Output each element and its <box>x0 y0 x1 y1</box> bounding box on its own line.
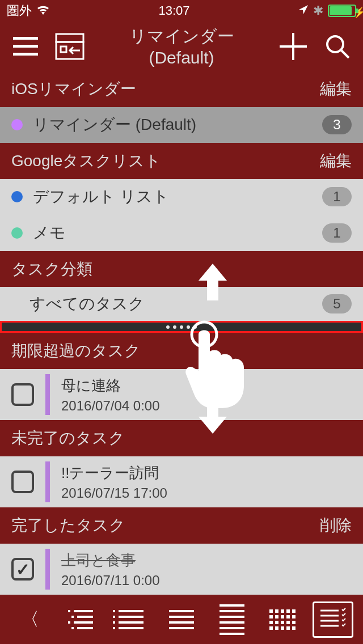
location-icon <box>298 3 309 18</box>
task-checkbox[interactable] <box>11 471 34 493</box>
task-row[interactable]: !!テーラー訪問 2016/07/15 17:00 <box>0 456 363 507</box>
section-title: 期限超過のタスク <box>11 340 141 362</box>
edit-button[interactable]: 編集 <box>320 78 352 100</box>
panel-icon <box>55 33 85 60</box>
tab-back[interactable]: 〈 <box>10 601 50 638</box>
dense-lines-icon <box>220 604 244 635</box>
back-panel-button[interactable] <box>54 31 85 62</box>
search-icon <box>324 33 351 60</box>
clock-time: 13:07 <box>158 3 189 18</box>
tab-view-6[interactable] <box>313 601 353 638</box>
nav-bar: リマインダー (Default) <box>0 22 363 71</box>
task-title: !!テーラー訪問 <box>61 463 167 483</box>
tab-view-5[interactable] <box>262 601 303 638</box>
task-date: 2016/07/15 17:00 <box>61 485 167 501</box>
list-label: リマインダー (Default) <box>33 114 312 135</box>
svg-rect-2 <box>61 46 66 52</box>
task-row[interactable]: 母に連絡 2016/07/04 0:00 <box>0 369 363 420</box>
section-title: 完了したタスク <box>11 515 125 536</box>
svg-rect-0 <box>56 34 83 42</box>
priority-indicator <box>45 461 50 502</box>
add-button[interactable] <box>278 31 309 62</box>
task-title: 母に連絡 <box>61 376 160 396</box>
section-task-category: タスク分類 <box>0 251 363 287</box>
tab-view-2[interactable] <box>111 601 151 638</box>
section-completed: 完了したタスク 削除 <box>0 507 363 544</box>
section-title: タスク分類 <box>11 259 92 280</box>
drag-handle-dots-icon <box>166 325 197 329</box>
checklist-icon <box>318 607 348 632</box>
list-row-memo[interactable]: メモ 1 <box>0 215 363 251</box>
chevron-left-icon: 〈 <box>21 607 39 632</box>
status-bar: 圏外 13:07 ✱ ⚡ <box>0 0 363 22</box>
section-overdue: 期限超過のタスク <box>0 333 363 369</box>
task-checkbox[interactable] <box>11 383 34 406</box>
list-color-dot <box>11 191 23 202</box>
task-title: 上司と食事 <box>61 550 160 570</box>
task-date: 2016/07/04 0:00 <box>61 398 160 414</box>
task-checkbox[interactable] <box>11 558 34 581</box>
task-row[interactable]: 上司と食事 2016/07/11 0:00 <box>0 544 363 595</box>
count-badge: 5 <box>322 294 352 313</box>
hamburger-icon <box>13 37 38 56</box>
list-row-reminder-default[interactable]: リマインダー (Default) 3 <box>0 107 363 143</box>
wifi-icon <box>36 3 50 18</box>
count-badge: 3 <box>322 115 352 134</box>
list-label: メモ <box>33 222 312 244</box>
bluetooth-icon: ✱ <box>313 3 323 18</box>
section-title: Googleタスクリスト <box>11 150 161 172</box>
edit-button[interactable]: 編集 <box>320 150 352 172</box>
bullet-list-icon <box>119 610 143 629</box>
list-color-dot <box>11 227 23 239</box>
count-badge: 1 <box>322 187 352 206</box>
bottom-tab-bar: 〈 <box>0 595 363 644</box>
section-title: iOSリマインダー <box>11 78 136 100</box>
tab-view-1[interactable] <box>60 601 101 638</box>
list-label: すべてのタスク <box>11 293 312 315</box>
count-badge: 1 <box>322 223 352 243</box>
section-google-tasks: Googleタスクリスト 編集 <box>0 143 363 179</box>
lines-icon <box>169 610 194 629</box>
carrier-label: 圏外 <box>7 2 32 19</box>
svg-line-4 <box>341 50 349 58</box>
section-incomplete: 未完了のタスク <box>0 420 363 456</box>
battery-icon: ⚡ <box>328 5 356 17</box>
grid-icon <box>269 609 296 630</box>
list-label: デフォルト リスト <box>33 186 312 207</box>
outline-list-icon <box>68 610 93 629</box>
section-title: 未完了のタスク <box>11 427 125 449</box>
task-date: 2016/07/11 0:00 <box>61 573 160 588</box>
drag-handle[interactable] <box>0 321 363 333</box>
priority-indicator <box>45 374 50 415</box>
list-color-dot <box>11 119 23 130</box>
priority-indicator <box>45 549 50 590</box>
list-row-default-list[interactable]: デフォルト リスト 1 <box>0 179 363 215</box>
list-row-all-tasks[interactable]: すべてのタスク 5 <box>0 287 363 321</box>
tab-view-3[interactable] <box>161 601 202 638</box>
tab-view-4[interactable] <box>212 601 252 638</box>
delete-button[interactable]: 削除 <box>320 515 352 536</box>
page-title: リマインダー (Default) <box>99 25 264 67</box>
menu-button[interactable] <box>10 31 41 62</box>
section-ios-reminders: iOSリマインダー 編集 <box>0 71 363 107</box>
plus-icon <box>280 33 307 60</box>
svg-point-3 <box>327 36 343 52</box>
search-button[interactable] <box>322 31 353 62</box>
